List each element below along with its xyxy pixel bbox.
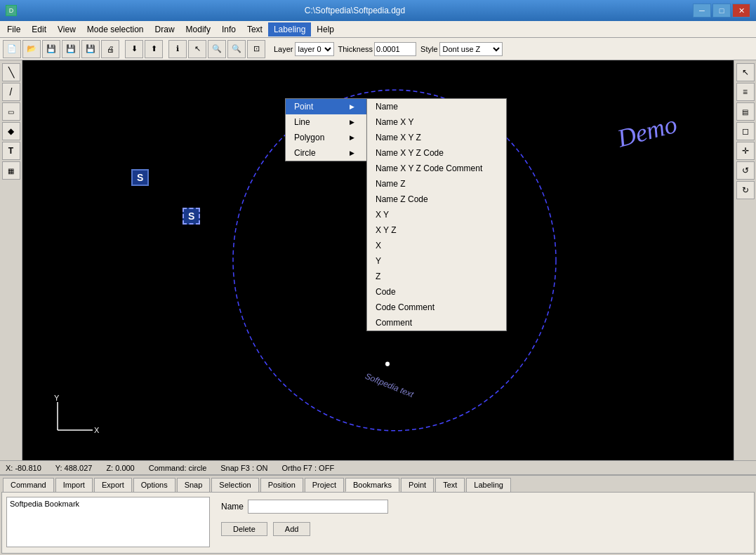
- up-button[interactable]: ⬆: [145, 40, 163, 58]
- dont-use-z-select[interactable]: Dont use Z: [439, 42, 503, 56]
- menubar: File Edit View Mode selection Draw Modif…: [0, 21, 756, 38]
- tab-labeling[interactable]: Labeling: [466, 478, 511, 492]
- tab-point[interactable]: Point: [401, 478, 434, 492]
- tab-project[interactable]: Project: [305, 478, 344, 492]
- save2-button[interactable]: 💾: [62, 40, 80, 58]
- zoom-in-button[interactable]: 🔍: [208, 40, 226, 58]
- tab-export[interactable]: Export: [94, 478, 132, 492]
- s-label-1: S: [131, 169, 149, 186]
- submenu-code-comment[interactable]: Code Comment: [367, 300, 506, 315]
- menu-view[interactable]: View: [52, 22, 81, 36]
- tab-position[interactable]: Position: [260, 478, 303, 492]
- save1-button[interactable]: 💾: [42, 40, 60, 58]
- diamond-tool[interactable]: ◆: [2, 122, 20, 140]
- submenu-name-z-code[interactable]: Name Z Code: [367, 192, 506, 207]
- zoom-out-button[interactable]: 🔍: [227, 40, 246, 58]
- maximize-button[interactable]: □: [712, 4, 731, 18]
- titlebar-controls: ─ □ ✕: [693, 4, 750, 18]
- tab-bookmarks[interactable]: Bookmarks: [345, 478, 399, 492]
- bookmark-item[interactable]: Softpedia Bookmark: [8, 499, 208, 509]
- rt-redo-btn[interactable]: ↻: [736, 181, 755, 199]
- submenu-z[interactable]: Z: [367, 269, 506, 284]
- submenu-name[interactable]: Name: [367, 99, 506, 114]
- tab-content-bookmarks: Softpedia Bookmark Name Delete Add: [1, 492, 755, 554]
- submenu-name-xyz-code-comment[interactable]: Name X Y Z Code Comment: [367, 161, 506, 176]
- submenu-name-z[interactable]: Name Z: [367, 176, 506, 192]
- menu-mode-selection[interactable]: Mode selection: [81, 22, 150, 36]
- name-field-row: Name: [221, 500, 388, 514]
- submenu-x[interactable]: X: [367, 238, 506, 253]
- layer-select[interactable]: layer 0: [295, 42, 334, 56]
- close-button[interactable]: ✕: [732, 4, 750, 18]
- tab-snap[interactable]: Snap: [177, 478, 211, 492]
- cursor-button[interactable]: ↖: [188, 40, 206, 58]
- submenu-name-xy[interactable]: Name X Y: [367, 114, 506, 130]
- labeling-dropdown: Point ▶ Line ▶ Polygon ▶ Circle ▶: [285, 98, 369, 161]
- menu-file[interactable]: File: [1, 22, 26, 36]
- menu-modify[interactable]: Modify: [180, 22, 216, 36]
- s-label-2: S: [183, 208, 200, 225]
- rect-tool[interactable]: ▭: [2, 102, 20, 121]
- down-button[interactable]: ⬇: [125, 40, 143, 58]
- zoom-fit-button[interactable]: ⊡: [247, 40, 265, 58]
- left-toolbar: ╲ / ▭ ◆ T ▦: [0, 60, 22, 460]
- minimize-button[interactable]: ─: [693, 4, 711, 18]
- tab-text[interactable]: Text: [435, 478, 465, 492]
- layer-label: Layer: [274, 45, 293, 53]
- labeling-line-item[interactable]: Line ▶: [286, 114, 369, 130]
- bookmark-list[interactable]: Softpedia Bookmark: [6, 497, 210, 547]
- thickness-input[interactable]: [374, 42, 416, 56]
- rt-lines2-btn[interactable]: ▤: [736, 102, 755, 121]
- rt-cursor-btn[interactable]: ↖: [736, 63, 755, 81]
- menu-labeling[interactable]: Labeling: [268, 22, 311, 36]
- menu-help[interactable]: Help: [311, 22, 340, 36]
- submenu-name-xyz-code[interactable]: Name X Y Z Code: [367, 145, 506, 161]
- status-ortho: Ortho F7 : OFF: [282, 464, 335, 472]
- print-button[interactable]: 🖨: [101, 40, 119, 58]
- open-button[interactable]: 📂: [22, 40, 41, 58]
- name-input[interactable]: [248, 500, 388, 514]
- bookmark-form: Name Delete Add: [221, 500, 388, 536]
- submenu-comment[interactable]: Comment: [367, 315, 506, 330]
- circle-arrow: ▶: [350, 149, 354, 156]
- menu-text[interactable]: Text: [241, 22, 268, 36]
- text-tool[interactable]: T: [2, 142, 20, 160]
- delete-button[interactable]: Delete: [221, 522, 267, 536]
- rt-lines-btn[interactable]: ≡: [736, 83, 755, 101]
- diagonal-tool[interactable]: ╲: [2, 63, 20, 81]
- svg-text:Y: Y: [54, 395, 60, 402]
- new-button[interactable]: 📄: [3, 40, 21, 58]
- line-arrow: ▶: [350, 119, 354, 126]
- rt-cross-btn[interactable]: ✛: [736, 142, 755, 160]
- statusbar: X: -80.810 Y: 488.027 Z: 0.000 Command: …: [0, 460, 756, 474]
- tab-import[interactable]: Import: [55, 478, 93, 492]
- tab-options[interactable]: Options: [133, 478, 175, 492]
- line-tool[interactable]: /: [2, 83, 20, 101]
- menu-draw[interactable]: Draw: [150, 22, 180, 36]
- add-button[interactable]: Add: [273, 522, 311, 536]
- labeling-circle-item[interactable]: Circle ▶: [286, 145, 369, 161]
- cursor-dot: [385, 362, 390, 366]
- menu-edit[interactable]: Edit: [26, 22, 52, 36]
- labeling-point-item[interactable]: Point ▶: [286, 99, 369, 114]
- submenu-xy[interactable]: X Y: [367, 207, 506, 222]
- save3-button[interactable]: 💾: [81, 40, 100, 58]
- status-y: Y: 488.027: [55, 464, 93, 472]
- point-submenu: Name Name X Y Name X Y Z Name X Y Z Code…: [366, 98, 507, 331]
- titlebar-title: C:\Softpedia\Softpedia.dgd: [17, 6, 693, 15]
- canvas-area[interactable]: Demo Softpedia text S S Y X Point ▶ Line…: [22, 60, 734, 460]
- status-z: Z: 0.000: [106, 464, 134, 472]
- rt-eraser-btn[interactable]: ◻: [736, 122, 755, 140]
- submenu-name-xyz[interactable]: Name X Y Z: [367, 130, 506, 145]
- info-button[interactable]: ℹ: [168, 40, 187, 58]
- menu-info[interactable]: Info: [216, 22, 241, 36]
- submenu-xyz[interactable]: X Y Z: [367, 222, 506, 238]
- rt-undo-btn[interactable]: ↺: [736, 161, 755, 180]
- labeling-polygon-item[interactable]: Polygon ▶: [286, 130, 369, 145]
- submenu-y[interactable]: Y: [367, 253, 506, 269]
- tab-selection[interactable]: Selection: [211, 478, 258, 492]
- submenu-code[interactable]: Code: [367, 284, 506, 300]
- tab-command[interactable]: Command: [3, 478, 54, 492]
- axis-svg: Y X: [51, 395, 100, 437]
- image-tool[interactable]: ▦: [2, 161, 20, 180]
